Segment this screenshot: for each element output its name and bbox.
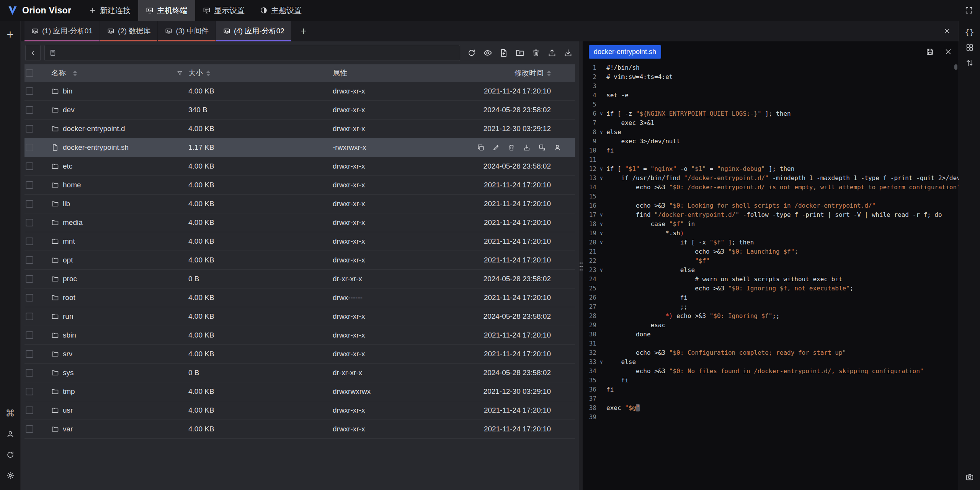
code-line-22: 22 "$f" [583,256,959,265]
fullscreen-icon[interactable] [965,6,973,15]
nav-item-display-settings[interactable]: 显示设置 [195,0,252,21]
new-folder-icon[interactable] [515,48,524,57]
row-checkbox[interactable] [26,369,33,377]
fold-chevron-icon[interactable]: ∨ [596,357,606,367]
row-checkbox[interactable] [26,125,33,133]
file-row-lib[interactable]: lib4.00 KBdrwxr-xr-x2021-11-24 17:20:10 [24,195,575,213]
fold-chevron-icon[interactable]: ∨ [596,174,606,183]
row-checkbox[interactable] [26,162,33,170]
code-lines[interactable]: 1#!/bin/sh2# vim:sw=4:ts=4:et34set -e56∨… [583,63,959,422]
new-tab-button[interactable]: + [3,27,18,42]
new-file-icon[interactable] [499,48,508,57]
delete-icon[interactable] [531,48,541,57]
fold-chevron-icon[interactable]: ∨ [596,238,606,247]
fold-chevron-icon[interactable]: ∨ [596,128,606,137]
fold-chevron-icon[interactable]: ∨ [596,210,606,220]
file-row-docker-entrypoint.sh[interactable]: docker-entrypoint.sh1.17 KB-rwxrwxr-x [24,138,575,157]
row-checkbox[interactable] [26,406,33,414]
column-header-1[interactable]: 名称 [42,68,188,78]
back-button[interactable] [25,45,41,61]
fold-chevron-icon[interactable]: ∨ [596,220,606,229]
variables-button[interactable]: {} [962,25,977,40]
file-row-opt[interactable]: opt4.00 KBdrwxr-xr-x2021-11-24 17:20:10 [24,251,575,270]
row-checkbox[interactable] [26,350,33,358]
row-checkbox[interactable] [26,313,33,320]
terminal-tab-1[interactable]: (1) 应用-分析01 [24,21,100,41]
fold-chevron-icon[interactable]: ∨ [596,265,606,275]
file-row-tmp[interactable]: tmp4.00 KBdrwxrwxrwx2021-12-30 03:29:10 [24,382,575,401]
file-row-sbin[interactable]: sbin4.00 KBdrwxr-xr-x2021-11-24 17:20:10 [24,326,575,345]
row-checkbox[interactable] [26,106,33,114]
file-row-dev[interactable]: dev340 Bdrwxr-xr-x2024-05-28 23:58:02 [24,101,575,120]
nav-item-theme-settings[interactable]: 主题设置 [252,0,309,21]
column-header-2[interactable]: 大小 [188,68,333,78]
file-row-root[interactable]: root4.00 KBdrwx------2021-11-24 17:20:10 [24,288,575,307]
sort-carets-icon[interactable] [206,70,210,76]
file-row-sys[interactable]: sys0 Bdr-xr-xr-x2024-05-28 23:58:02 [24,364,575,382]
file-row-var[interactable]: var4.00 KBdrwxr-xr-x2021-11-24 17:20:10 [24,420,575,439]
file-row-etc[interactable]: etc4.00 KBdrwxr-xr-x2024-05-28 23:58:02 [24,157,575,176]
download-icon[interactable] [523,144,531,151]
command-button[interactable]: ⌘ [3,406,18,421]
row-checkbox[interactable] [26,200,33,208]
row-checkbox[interactable] [26,219,33,226]
nav-item-new-connection[interactable]: 新建连接 [81,0,138,21]
close-editor-icon[interactable] [944,48,952,56]
settings-gear-button[interactable] [3,468,18,483]
row-checkbox[interactable] [26,388,33,395]
column-header-4[interactable]: 修改时间 [478,68,575,78]
row-checkbox[interactable] [26,238,33,245]
screenshot-camera-button[interactable] [962,469,977,485]
fold-chevron-icon[interactable]: ∨ [596,229,606,238]
fold-chevron-icon[interactable]: ∨ [596,109,606,118]
download-icon[interactable] [564,48,573,57]
row-checkbox[interactable] [26,144,33,151]
file-row-home[interactable]: home4.00 KBdrwxr-xr-x2021-11-24 17:20:10 [24,176,575,195]
sort-swap-button[interactable] [962,55,977,70]
fold-chevron-icon[interactable]: ∨ [596,164,606,174]
upload-icon[interactable] [547,48,557,57]
row-checkbox[interactable] [26,294,33,302]
editor-file-tab[interactable]: docker-entrypoint.sh [589,45,661,59]
close-all-tabs-icon[interactable] [943,27,951,35]
terminal-tab-2[interactable]: (2) 数据库 [100,21,158,41]
code-line-5: 5 [583,100,959,109]
select-all-checkbox[interactable] [26,69,33,77]
terminal-tab-3[interactable]: (3) 中间件 [158,21,216,41]
pane-splitter[interactable] [579,41,583,490]
row-checkbox[interactable] [26,425,33,433]
copy-icon[interactable] [477,144,485,151]
file-row-bin[interactable]: bin4.00 KBdrwxr-xr-x2021-11-24 17:20:10 [24,82,575,101]
file-row-mnt[interactable]: mnt4.00 KBdrwxr-xr-x2021-11-24 17:20:10 [24,232,575,251]
file-row-run[interactable]: run4.00 KBdrwxr-xr-x2024-05-28 23:58:02 [24,307,575,326]
delete-icon[interactable] [508,144,515,151]
copy-path-icon[interactable] [538,144,546,151]
permission-icon[interactable] [554,144,561,151]
refresh-icon[interactable] [467,48,476,57]
layout-grid-button[interactable] [962,40,977,55]
row-checkbox[interactable] [26,331,33,339]
row-checkbox[interactable] [26,87,33,95]
file-row-proc[interactable]: proc0 Bdr-xr-xr-x2024-05-28 23:58:02 [24,270,575,288]
file-row-usr[interactable]: usr4.00 KBdrwxr-xr-x2021-11-24 17:20:10 [24,401,575,420]
save-icon[interactable] [926,48,934,56]
row-checkbox[interactable] [26,181,33,189]
path-input[interactable] [44,45,460,61]
edit-icon[interactable] [492,144,500,151]
sort-carets-icon[interactable] [73,70,77,76]
file-row-docker-entrypoint.d[interactable]: docker-entrypoint.d4.00 KBdrwxr-xr-x2021… [24,120,575,138]
add-tab-button[interactable]: + [292,21,315,41]
row-checkbox[interactable] [26,256,33,264]
user-button[interactable] [3,426,18,442]
sync-button[interactable] [3,447,18,462]
terminal-tab-4[interactable]: (4) 应用-分析02 [216,21,291,41]
row-checkbox[interactable] [26,275,33,283]
show-hidden-icon[interactable] [483,48,492,57]
column-header-3[interactable]: 属性 [333,68,478,78]
nav-item-host-terminal[interactable]: 主机终端 [138,0,195,21]
brand[interactable]: Orion Visor [0,0,81,21]
file-row-media[interactable]: media4.00 KBdrwxr-xr-x2021-11-24 17:20:1… [24,213,575,232]
file-row-srv[interactable]: srv4.00 KBdrwxr-xr-x2021-11-24 17:20:10 [24,345,575,364]
editor-scrollbar[interactable] [954,64,957,70]
sort-carets-icon[interactable] [547,70,551,76]
